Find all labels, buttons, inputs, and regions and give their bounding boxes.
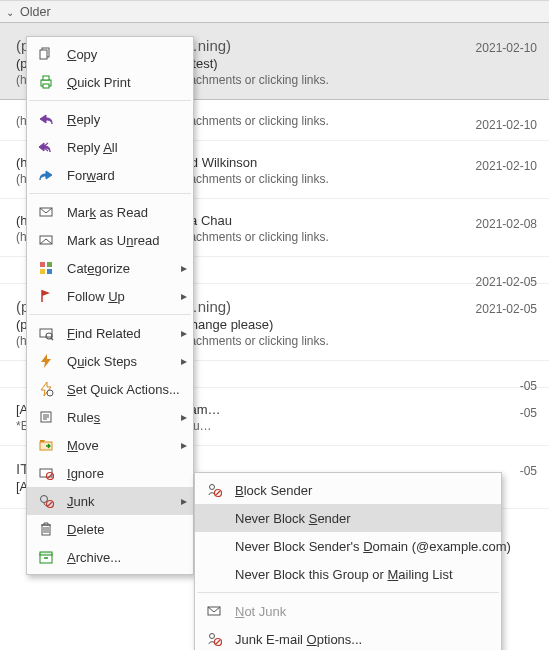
menu-item-label: Not Junk (235, 604, 473, 619)
menu-separator (197, 592, 499, 593)
svg-point-18 (41, 496, 48, 503)
menu-separator (29, 193, 191, 194)
submenu-arrow-icon: ▸ (181, 319, 187, 347)
menu-item-label: Block Sender (235, 483, 473, 498)
menu-item-label: Mark as Unread (67, 233, 165, 248)
menu-item-archive[interactable]: Archive... (27, 543, 193, 571)
categorize-icon (37, 259, 55, 277)
submenu-arrow-icon: ▸ (181, 282, 187, 310)
menu-item-label: Reply All (67, 140, 165, 155)
submenu-arrow-icon: ▸ (181, 487, 187, 515)
block-icon (205, 481, 223, 499)
menu-item-label: Never Block Sender's Domain (@example.co… (235, 539, 511, 554)
menu-item-label: Follow Up (67, 289, 165, 304)
svg-rect-3 (43, 76, 49, 80)
menu-item-quick-print[interactable]: Quick Print (27, 68, 193, 96)
menu-item-find-related[interactable]: Find Related▸ (27, 319, 193, 347)
svg-rect-7 (40, 262, 45, 267)
menu-item-label: Never Block this Group or Mailing List (235, 567, 473, 582)
quicksteps-icon (37, 352, 55, 370)
archive-icon (37, 548, 55, 566)
find-icon (37, 324, 55, 342)
menu-item-label: Set Quick Actions... (67, 382, 180, 397)
menu-item-label: Junk E-mail Options... (235, 632, 473, 647)
menu-item-label: Move (67, 438, 165, 453)
menu-item-copy[interactable]: Copy (27, 40, 193, 68)
menu-item-quick-steps[interactable]: Quick Steps▸ (27, 347, 193, 375)
menu-item-label: Categorize (67, 261, 165, 276)
svg-point-13 (47, 390, 53, 396)
menu-item-label: Find Related (67, 326, 165, 341)
menu-item-label: Rules (67, 410, 165, 425)
menu-item-mark-as-unread[interactable]: Mark as Unread (27, 226, 193, 254)
mail-date: 2021-02-10 (476, 41, 537, 55)
quickactions-icon (37, 380, 55, 398)
svg-rect-4 (43, 84, 49, 88)
options-icon (205, 630, 223, 648)
junk-item-never-block-sender[interactable]: Never Block Sender (195, 504, 501, 532)
menu-item-reply-all[interactable]: Reply All (27, 133, 193, 161)
menu-item-junk[interactable]: Junk▸ (27, 487, 193, 515)
junk-item-not-junk: Not Junk (195, 597, 501, 625)
menu-item-categorize[interactable]: Categorize▸ (27, 254, 193, 282)
svg-rect-8 (47, 262, 52, 267)
reply-icon (37, 110, 55, 128)
junk-item-junk-e-mail-options[interactable]: Junk E-mail Options... (195, 625, 501, 650)
junk-item-never-block-sender-s-domain-example-com[interactable]: Never Block Sender's Domain (@example.co… (195, 532, 501, 560)
menu-item-label: Copy (67, 47, 165, 62)
menu-separator (29, 100, 191, 101)
submenu-arrow-icon: ▸ (181, 431, 187, 459)
menu-item-move[interactable]: Move▸ (27, 431, 193, 459)
svg-rect-10 (47, 269, 52, 274)
mail-date: 2021-02-05 (476, 302, 537, 316)
mail-date: 2021-02-10 (476, 118, 537, 132)
rules-icon (37, 408, 55, 426)
blank-icon (205, 509, 223, 527)
mail-date: -05 (520, 406, 537, 420)
menu-item-label: Forward (67, 168, 165, 183)
menu-item-reply[interactable]: Reply (27, 105, 193, 133)
svg-rect-9 (40, 269, 45, 274)
menu-item-label: Reply (67, 112, 165, 127)
mail-date: 2021-02-10 (476, 159, 537, 173)
menu-item-label: Archive... (67, 550, 165, 565)
move-icon (37, 436, 55, 454)
mail-date: 2021-02-08 (476, 217, 537, 231)
menu-item-label: Quick Steps (67, 354, 165, 369)
menu-item-forward[interactable]: Forward (27, 161, 193, 189)
group-header-older[interactable]: ⌄ Older (0, 0, 549, 24)
notjunk-icon (205, 602, 223, 620)
delete-icon (37, 520, 55, 538)
replyall-icon (37, 138, 55, 156)
menu-item-label: Quick Print (67, 75, 165, 90)
menu-separator (29, 314, 191, 315)
menu-item-label: Junk (67, 494, 165, 509)
menu-item-set-quick-actions[interactable]: Set Quick Actions... (27, 375, 193, 403)
svg-point-23 (210, 485, 215, 490)
blank-icon (205, 565, 223, 583)
read-icon (37, 203, 55, 221)
copy-icon (37, 45, 55, 63)
print-icon (37, 73, 55, 91)
svg-rect-22 (40, 552, 52, 555)
junk-item-never-block-this-group-or-mailing-list[interactable]: Never Block this Group or Mailing List (195, 560, 501, 588)
menu-item-delete[interactable]: Delete (27, 515, 193, 543)
junk-icon (37, 492, 55, 510)
submenu-arrow-icon: ▸ (181, 403, 187, 431)
menu-item-label: Never Block Sender (235, 511, 473, 526)
svg-point-26 (210, 634, 215, 639)
menu-item-follow-up[interactable]: Follow Up▸ (27, 282, 193, 310)
menu-item-mark-as-read[interactable]: Mark as Read (27, 198, 193, 226)
junk-item-block-sender[interactable]: Block Sender (195, 476, 501, 504)
menu-item-rules[interactable]: Rules▸ (27, 403, 193, 431)
chevron-down-icon: ⌄ (6, 7, 14, 18)
svg-rect-1 (40, 50, 47, 59)
menu-item-label: Mark as Read (67, 205, 165, 220)
submenu-arrow-icon: ▸ (181, 254, 187, 282)
blank-icon (205, 537, 223, 555)
menu-item-ignore[interactable]: Ignore (27, 459, 193, 487)
mail-date: -05 (520, 464, 537, 478)
submenu-arrow-icon: ▸ (181, 347, 187, 375)
group-header-label: Older (20, 5, 51, 19)
junk-submenu: Block SenderNever Block SenderNever Bloc… (194, 472, 502, 650)
